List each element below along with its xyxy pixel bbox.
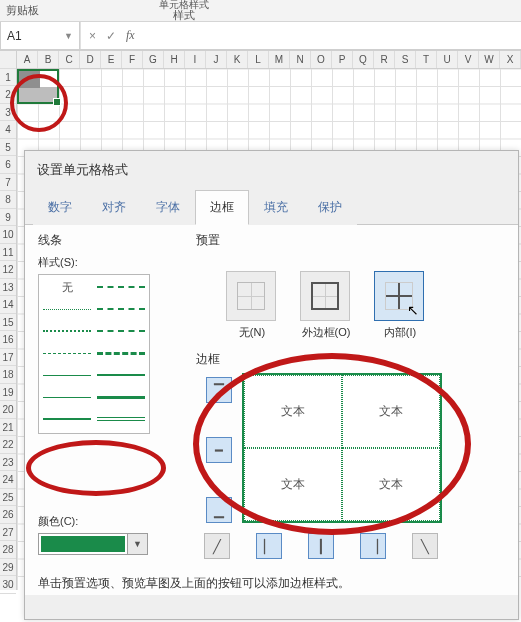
line-style-swatch[interactable]: [43, 330, 91, 332]
border-bottom-button[interactable]: ▁: [206, 497, 232, 523]
border-left-button[interactable]: ▏: [256, 533, 282, 559]
column-header[interactable]: W: [479, 51, 500, 68]
column-header[interactable]: M: [269, 51, 290, 68]
row-header[interactable]: 21: [0, 419, 16, 437]
preview-cell: 文本: [342, 375, 440, 448]
preset-none-button[interactable]: [226, 271, 276, 321]
tab-3[interactable]: 边框: [195, 190, 249, 225]
row-header[interactable]: 2: [0, 86, 16, 104]
border-middle-v-button[interactable]: ┃: [308, 533, 334, 559]
column-header[interactable]: D: [80, 51, 101, 68]
row-header[interactable]: 22: [0, 436, 16, 454]
color-picker[interactable]: ▼: [38, 533, 148, 555]
column-header[interactable]: P: [332, 51, 353, 68]
column-header[interactable]: A: [17, 51, 38, 68]
line-style-swatch[interactable]: [97, 330, 145, 332]
line-style-swatch[interactable]: [97, 308, 145, 310]
column-header[interactable]: E: [101, 51, 122, 68]
tab-5[interactable]: 保护: [303, 190, 357, 225]
column-header[interactable]: S: [395, 51, 416, 68]
row-header[interactable]: 19: [0, 384, 16, 402]
row-header[interactable]: 16: [0, 331, 16, 349]
border-preview[interactable]: 文本 文本 文本 文本: [242, 373, 442, 523]
name-box-dropdown-icon[interactable]: ▼: [64, 31, 73, 41]
line-section-label: 线条: [38, 232, 173, 249]
line-style-swatch[interactable]: [43, 309, 91, 310]
row-header[interactable]: 1: [0, 69, 16, 87]
line-style-swatch[interactable]: [43, 353, 91, 354]
name-box[interactable]: A1 ▼: [0, 22, 80, 49]
line-style-swatch[interactable]: [43, 375, 91, 376]
column-header[interactable]: O: [311, 51, 332, 68]
border-middle-h-button[interactable]: ━: [206, 437, 232, 463]
column-header[interactable]: T: [416, 51, 437, 68]
column-header[interactable]: N: [290, 51, 311, 68]
row-header[interactable]: 10: [0, 226, 16, 244]
row-header[interactable]: 4: [0, 121, 16, 139]
row-header[interactable]: 25: [0, 489, 16, 507]
line-style-swatch[interactable]: [97, 286, 145, 288]
line-style-swatch[interactable]: [97, 352, 145, 355]
row-header[interactable]: 18: [0, 366, 16, 384]
row-header[interactable]: 17: [0, 349, 16, 367]
row-header[interactable]: 7: [0, 174, 16, 192]
row-header[interactable]: 8: [0, 191, 16, 209]
column-header[interactable]: K: [227, 51, 248, 68]
row-header[interactable]: 20: [0, 401, 16, 419]
row-header[interactable]: 23: [0, 454, 16, 472]
column-header[interactable]: Q: [353, 51, 374, 68]
row-header[interactable]: 9: [0, 209, 16, 227]
column-header[interactable]: X: [500, 51, 521, 68]
border-diag-down-button[interactable]: ╲: [412, 533, 438, 559]
column-header[interactable]: G: [143, 51, 164, 68]
line-style-swatch[interactable]: [97, 396, 145, 399]
row-header[interactable]: 28: [0, 541, 16, 559]
row-header[interactable]: 13: [0, 279, 16, 297]
column-header[interactable]: C: [59, 51, 80, 68]
column-headers[interactable]: ABCDEFGHIJKLMNOPQRSTUVWX: [17, 51, 521, 69]
tab-2[interactable]: 字体: [141, 190, 195, 225]
row-header[interactable]: 26: [0, 506, 16, 524]
line-style-swatch[interactable]: [97, 374, 145, 376]
column-header[interactable]: U: [437, 51, 458, 68]
tab-0[interactable]: 数字: [33, 190, 87, 225]
row-header[interactable]: 5: [0, 139, 16, 157]
line-style-swatch[interactable]: [43, 397, 91, 398]
row-header[interactable]: 6: [0, 156, 16, 174]
fx-icon[interactable]: fx: [126, 28, 135, 43]
column-header[interactable]: F: [122, 51, 143, 68]
line-style-swatch[interactable]: [97, 417, 145, 421]
row-header[interactable]: 3: [0, 104, 16, 122]
row-header[interactable]: 14: [0, 296, 16, 314]
column-header[interactable]: V: [458, 51, 479, 68]
tab-4[interactable]: 填充: [249, 190, 303, 225]
line-style-swatch[interactable]: [43, 418, 91, 420]
row-header[interactable]: 27: [0, 524, 16, 542]
row-header[interactable]: 24: [0, 471, 16, 489]
row-header[interactable]: 12: [0, 261, 16, 279]
column-header[interactable]: I: [185, 51, 206, 68]
column-header[interactable]: B: [38, 51, 59, 68]
row-header[interactable]: 11: [0, 244, 16, 262]
tab-1[interactable]: 对齐: [87, 190, 141, 225]
line-style-swatches[interactable]: 无: [38, 274, 150, 434]
preset-inside-button[interactable]: ↖: [374, 271, 424, 321]
select-all-corner[interactable]: [0, 51, 16, 69]
row-header[interactable]: 30: [0, 576, 16, 594]
line-style-none[interactable]: 无: [43, 280, 91, 295]
column-header[interactable]: H: [164, 51, 185, 68]
row-headers[interactable]: 1234567891011121314151617181920212223242…: [0, 51, 17, 590]
row-header[interactable]: 29: [0, 559, 16, 577]
border-diag-up-button[interactable]: ╱: [204, 533, 230, 559]
formula-bar[interactable]: × ✓ fx: [80, 22, 521, 49]
column-header[interactable]: L: [248, 51, 269, 68]
cancel-formula-icon[interactable]: ×: [89, 29, 96, 43]
preset-outline-button[interactable]: [300, 271, 350, 321]
row-header[interactable]: 15: [0, 314, 16, 332]
column-header[interactable]: R: [374, 51, 395, 68]
accept-formula-icon[interactable]: ✓: [106, 29, 116, 43]
border-right-button[interactable]: ▕: [360, 533, 386, 559]
column-header[interactable]: J: [206, 51, 227, 68]
color-dropdown-icon[interactable]: ▼: [127, 534, 147, 554]
border-top-button[interactable]: ▔: [206, 377, 232, 403]
